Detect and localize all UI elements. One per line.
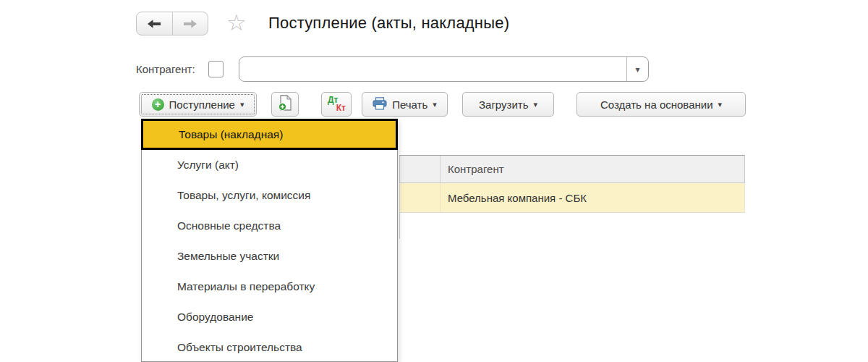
table-cell-counterparty: Мебельная компания - СБК (441, 183, 744, 212)
print-button-label: Печать (392, 98, 427, 111)
post-document-dtkt-button[interactable]: Дт Кт (321, 92, 352, 117)
menu-item-obekty-stroitelstva[interactable]: Объекты строительства (142, 332, 397, 362)
menu-item-uslugi-akt[interactable]: Услуги (акт) (142, 150, 397, 180)
receipt-button-label: Поступление (169, 98, 235, 111)
chevron-down-icon: ▾ (533, 100, 537, 109)
document-list-table: Контрагент Мебельная компания - СБК (399, 155, 745, 239)
create-based-on-label: Создать на основании (600, 98, 713, 111)
table-header-row: Контрагент (399, 155, 745, 183)
back-button[interactable] (137, 12, 172, 35)
combobox-dropdown-button[interactable]: ▾ (626, 57, 648, 81)
debit-credit-icon: Дт Кт (322, 93, 351, 116)
counterparty-filter-label: Контрагент: (136, 63, 195, 75)
counterparty-input[interactable] (239, 57, 626, 81)
menu-item-osnovnye-sredstva[interactable]: Основные средства (142, 211, 397, 241)
create-based-on-button[interactable]: Создать на основании ▾ (576, 92, 746, 117)
load-button-label: Загрузить (479, 98, 529, 111)
page-title: Поступление (акты, накладные) (268, 14, 509, 33)
chevron-down-icon: ▾ (240, 100, 244, 109)
column-header-flag[interactable] (400, 156, 441, 182)
receipt-button[interactable]: + Поступление ▾ (139, 92, 257, 117)
table-cell-flag (400, 183, 441, 212)
create-new-document-button[interactable] (271, 92, 299, 117)
counterparty-filter-checkbox[interactable] (208, 61, 224, 77)
receipt-type-dropdown-menu: Товары (накладная) Услуги (акт) Товары, … (141, 119, 398, 362)
credit-label: Кт (336, 103, 346, 113)
menu-item-tovary-uslugi-komissiya[interactable]: Товары, услуги, комиссия (142, 180, 397, 211)
plus-circle-icon: + (152, 98, 164, 111)
favorite-star-icon[interactable]: ☆ (226, 11, 247, 35)
menu-item-oborudovanie[interactable]: Оборудование (142, 302, 397, 332)
counterparty-combobox: ▾ (239, 56, 649, 82)
menu-item-materialy-v-pererabotku[interactable]: Материалы в переработку (142, 272, 397, 302)
history-nav-group (136, 12, 208, 35)
new-document-icon (278, 95, 292, 114)
forward-arrow-icon (183, 20, 197, 28)
column-header-counterparty[interactable]: Контрагент (441, 156, 744, 182)
menu-item-tovary-nakladnaya[interactable]: Товары (накладная) (141, 119, 398, 150)
table-row[interactable]: Мебельная компания - СБК (399, 183, 745, 213)
load-button[interactable]: Загрузить ▾ (462, 92, 554, 117)
chevron-down-icon: ▾ (718, 100, 723, 109)
chevron-down-icon: ▾ (433, 100, 437, 109)
print-button[interactable]: Печать ▾ (362, 92, 448, 117)
menu-item-zemelnye-uchastki[interactable]: Земельные участки (142, 241, 397, 272)
forward-button[interactable] (172, 12, 208, 35)
table-empty-area (399, 213, 745, 239)
printer-icon (373, 97, 387, 112)
chevron-down-icon: ▾ (635, 64, 639, 75)
back-arrow-icon (148, 20, 161, 28)
